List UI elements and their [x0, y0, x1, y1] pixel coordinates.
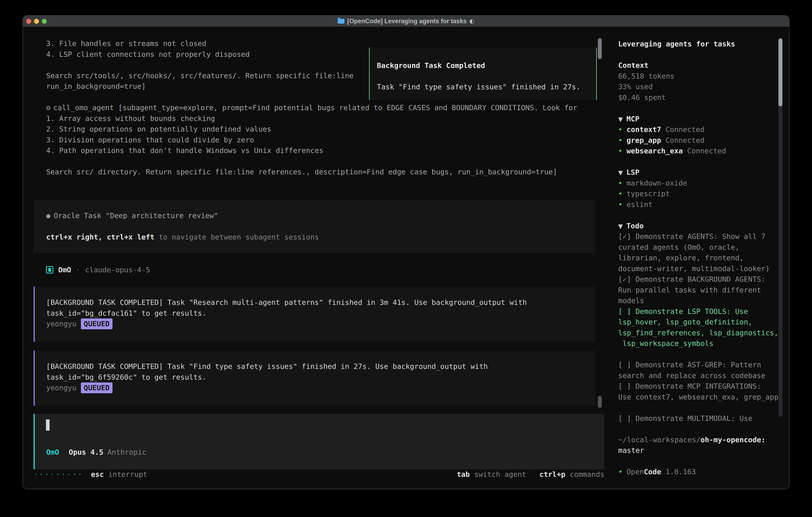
zoom-button[interactable] [42, 19, 47, 24]
task-message-line: [BACKGROUND TASK COMPLETED] Task "Find t… [46, 361, 595, 372]
log-line: 3. File handles or streams not closed [46, 38, 577, 49]
context-spent: $0.46 spent [618, 92, 789, 103]
window-title: [OpenCode] Leveraging agents for tasks ◐ [338, 18, 474, 25]
window-controls [26, 19, 47, 24]
task-message-footer: yeongyu QUEUED [46, 319, 595, 329]
oracle-hint-keys: ctrl+x right, ctrl+x left [46, 233, 154, 241]
version-name-prefix: Open [627, 468, 644, 476]
queued-badge: QUEUED [81, 382, 113, 393]
chevron-down-icon: ▼ [618, 223, 623, 230]
close-button[interactable] [26, 19, 31, 24]
log-line: 4. Path operations that don't handle Win… [46, 145, 577, 156]
todo-line-active: lsp_hover, lsp_goto_definition, [618, 317, 789, 327]
workspace-path: ~/local-workspaces/oh-my-opencode: [618, 434, 789, 445]
mcp-section-header[interactable]: ▼MCP [618, 113, 789, 124]
tool-call-text: call_omo_agent [subagent_type=explore, p… [53, 104, 577, 112]
separator-dot: · [76, 266, 80, 274]
task-message-line: task_id="bg_6f59260c" to get results. [46, 372, 595, 383]
task-user: yeongyu [46, 382, 77, 393]
lsp-item: •typescript [618, 188, 789, 199]
oracle-task-panel: ◉Oracle Task "Deep architecture review" … [34, 200, 595, 253]
todo-line-done: [✓] Demonstrate AGENTS: Show all 7 [618, 231, 789, 242]
folder-icon [338, 19, 345, 24]
log-line: 2. String operations on potentially unde… [46, 124, 577, 135]
todo-section-header[interactable]: ▼Todo [618, 220, 789, 231]
version-line: •OpenCode 1.0.163 [618, 466, 789, 477]
mcp-item-name: websearch_exa [627, 147, 683, 155]
sidebar-spacer [618, 424, 789, 434]
todo-line-pending: [ ] Demonstrate AST-GREP: Pattern [618, 359, 789, 370]
lsp-item-name: eslint [627, 200, 652, 209]
mcp-item-name: context7 [627, 125, 661, 134]
activity-dots-icon: ········· [34, 470, 83, 479]
chevron-down-icon: ▼ [618, 169, 623, 176]
todo-line-active: lsp_workspace_symbols [618, 338, 789, 349]
sidebar-spacer [618, 402, 789, 413]
lsp-item: •eslint [618, 199, 789, 210]
status-bar-right: tab switch agent ctrl+p commands [457, 470, 604, 479]
main-scrollbar-thumb-bottom[interactable] [598, 396, 602, 408]
ctrlp-key-hint: ctrl+p [540, 470, 566, 479]
todo-line-pending: [ ] Demonstrate MCP INTEGRATIONS: [618, 381, 789, 392]
bullet-icon: • [618, 147, 622, 155]
version-name-suffix: Code [644, 468, 661, 476]
bullet-icon: • [618, 179, 622, 187]
todo-header-label: Todo [627, 222, 644, 230]
context-used: 33% used [618, 81, 789, 92]
oracle-task-title-text: Oracle Task "Deep architecture review" [54, 212, 219, 220]
esc-key-label: interrupt [108, 470, 147, 479]
toast-title: Background Task Completed [377, 60, 596, 71]
sidebar-spacer [618, 49, 789, 60]
workspace-path-prefix: ~/local-workspaces/ [618, 436, 700, 444]
input-provider: Anthropic [107, 448, 146, 456]
tool-call-line: ⚙call_omo_agent [subagent_type=explore, … [46, 102, 577, 113]
ctrlp-key-label: commands [570, 470, 604, 479]
prompt-input[interactable]: OmO Opus 4.5 Anthropic [34, 414, 604, 469]
sidebar: Leveraging agents for tasks Context 66,5… [618, 38, 789, 477]
tab-key-hint: tab [457, 470, 470, 479]
mcp-item-status: Connected [666, 125, 704, 134]
sidebar-scrollbar-thumb[interactable] [778, 38, 782, 106]
lsp-item-name: typescript [627, 190, 670, 198]
task-message-footer: yeongyu QUEUED [46, 382, 595, 393]
background-task-message-2: [BACKGROUND TASK COMPLETED] Task "Find t… [34, 351, 595, 406]
agent-name: OmO [58, 266, 71, 274]
sidebar-spacer [618, 156, 789, 167]
main-scrollbar-thumb-top[interactable] [598, 38, 602, 59]
input-model: Opus 4.5 [69, 448, 103, 456]
bullet-icon: • [618, 136, 622, 144]
todo-line-done: document-writer, multimodal-looker) [618, 263, 789, 274]
log-line: 1. Array access without bounds checking [46, 113, 577, 124]
toast-body: Task "Find type safety issues" finished … [377, 82, 596, 92]
lsp-section-header[interactable]: ▼LSP [618, 167, 789, 178]
bullet-icon: • [618, 200, 622, 209]
mcp-item: •websearch_exa Connected [618, 145, 789, 156]
agent-header: OmO · claude-opus-4-5 [46, 265, 150, 275]
mcp-item: •context7 Connected [618, 124, 789, 135]
todo-line-done: Run parallel tasks with different [618, 285, 789, 296]
todo-line-pending: search and replace across codebase [618, 370, 789, 381]
todo-line-pending: [ ] Demonstrate MULTIMODAL: Use [618, 413, 789, 424]
moon-icon: ◐ [469, 18, 474, 24]
mcp-item-name: grep_app [627, 136, 661, 144]
task-user: yeongyu [46, 319, 77, 329]
background-task-message-1: [BACKGROUND TASK COMPLETED] Task "Resear… [34, 287, 595, 342]
bullet-icon: • [618, 468, 622, 476]
todo-line-done: models [618, 295, 789, 306]
agent-checkbox-icon [46, 266, 53, 273]
oracle-spacer [46, 221, 595, 232]
mcp-item: •grep_app Connected [618, 135, 789, 146]
task-message-line: task_id="bg_dcfac161" to get results. [46, 308, 595, 319]
todo-line-active: lsp_find_references, lsp_diagnostics, [618, 327, 789, 338]
record-icon: ◉ [46, 212, 51, 220]
sidebar-spacer [618, 456, 789, 467]
minimize-button[interactable] [34, 19, 39, 24]
lsp-item-name: markdown-oxide [627, 179, 687, 187]
log-line: 3. Division operations that could divide… [46, 135, 577, 145]
context-header: Context [618, 60, 789, 71]
chevron-down-icon: ▼ [618, 116, 623, 123]
mcp-header-label: MCP [627, 115, 639, 123]
status-bar: ········· esc interrupt tab switch agent… [34, 469, 604, 480]
queued-badge: QUEUED [81, 319, 113, 329]
sidebar-spacer [618, 210, 789, 220]
